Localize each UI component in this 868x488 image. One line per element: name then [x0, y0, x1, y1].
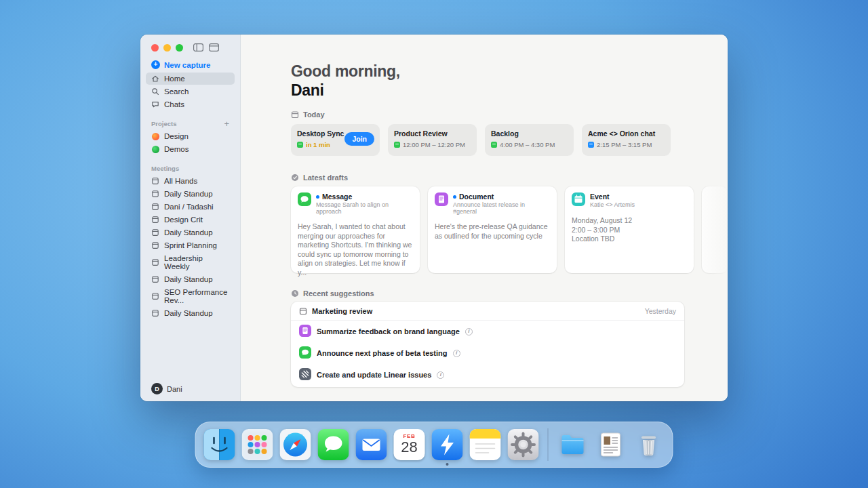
projects-section-header: Projects + [140, 111, 240, 129]
drafts-row: Message Message Sarah to align on approa… [291, 186, 728, 273]
dock-launchpad-icon[interactable] [242, 429, 273, 460]
demos-dot-icon [151, 146, 159, 153]
sidebar-item-meeting[interactable]: Daily Standup [146, 226, 235, 239]
info-icon[interactable] [437, 371, 444, 379]
sidebar-item-meeting[interactable]: All Hands [146, 175, 235, 187]
dock-finder-icon[interactable] [204, 429, 235, 460]
calendar-icon [588, 142, 594, 148]
drafts-section-header: Latest drafts [291, 174, 348, 182]
sidebar-item-label: Design Crit [164, 216, 203, 224]
dock-flash-app-icon[interactable] [432, 429, 463, 460]
suggestions-timestamp: Yesterday [645, 307, 676, 315]
sidebar-item-home[interactable]: Home [146, 73, 235, 85]
sidebar-item-meeting[interactable]: Leadership Weekly [146, 252, 235, 272]
meetings-header-label: Meetings [151, 165, 179, 172]
sidebar-item-label: Design [164, 132, 189, 140]
linear-icon [299, 368, 311, 382]
sidebar-item-project-demos[interactable]: Demos [146, 143, 235, 155]
minimize-window-button[interactable] [163, 44, 171, 52]
sidebar-item-project-design[interactable]: Design [146, 130, 235, 142]
draft-kind: Document [459, 192, 494, 201]
close-window-button[interactable] [151, 44, 159, 52]
draft-subtitle: Message Sarah to align on approach [316, 201, 413, 215]
main-content: Good morning, Dani Today Desktop Sync in… [241, 35, 728, 401]
calendar-icon [491, 142, 497, 148]
dock-trash-icon[interactable] [633, 429, 665, 460]
suggestion-item[interactable]: Create and update Linear issues [291, 364, 684, 386]
draft-body: Monday, August 12 2:00 – 3:00 PM Locatio… [572, 216, 687, 244]
panel-toggle-icon[interactable] [209, 43, 219, 52]
zoom-window-button[interactable] [176, 44, 183, 52]
unread-dot [453, 195, 456, 199]
suggestion-item[interactable]: Summarize feedback on brand language [291, 321, 684, 342]
event-card-product-review[interactable]: Product Review 12:00 PM – 12:20 PM [388, 124, 477, 156]
suggestion-label: Announce next phase of beta testing [317, 349, 448, 357]
sidebar-item-meeting[interactable]: Daily Standup [146, 188, 235, 200]
info-icon[interactable] [453, 350, 460, 357]
sidebar-item-label: Sprint Planning [164, 241, 217, 249]
dock-notes-icon[interactable] [470, 429, 501, 460]
greeting-line2: Dani [291, 81, 400, 100]
user-name: Dani [167, 385, 182, 393]
plus-circle-icon [151, 60, 160, 69]
sidebar-item-meeting[interactable]: Sprint Planning [146, 239, 235, 251]
sidebar-item-meeting[interactable]: Daily Standup [146, 307, 235, 319]
notebook-icon [299, 307, 307, 315]
dock-settings-icon[interactable] [508, 429, 539, 460]
running-indicator-dot [446, 463, 449, 466]
greeting-line1: Good morning, [291, 62, 400, 81]
sidebar-item-search[interactable]: Search [146, 85, 235, 98]
new-capture-button[interactable]: New capture [140, 57, 240, 72]
event-time: 4:00 PM – 4:30 PM [500, 141, 555, 148]
sidebar-item-chats[interactable]: Chats [146, 98, 235, 110]
suggestions-group-header[interactable]: Marketing review Yesterday [291, 302, 684, 321]
dock-calendar-day: 28 [394, 439, 425, 455]
meeting-doc-icon [151, 241, 159, 249]
dock-folder-icon[interactable] [557, 429, 589, 460]
check-circle-icon [291, 174, 299, 182]
sidebar-item-meeting[interactable]: Dani / Tadashi [146, 201, 235, 213]
document-icon [435, 192, 448, 209]
sidebar-item-meeting[interactable]: Design Crit [146, 214, 235, 226]
dock-separator [548, 428, 549, 461]
greeting: Good morning, Dani [291, 62, 400, 100]
event-card-acme-orion[interactable]: Acme <> Orion chat 2:15 PM – 3:15 PM [582, 124, 671, 156]
sidebar-item-label: Demos [164, 145, 189, 153]
user-profile[interactable]: D Dani [151, 383, 182, 394]
meeting-doc-icon [151, 275, 159, 283]
sidebar-item-label: Daily Standup [164, 228, 213, 237]
dock-documents-icon[interactable] [595, 429, 627, 460]
draft-body: Here's the pre-release QA guidance as ou… [435, 222, 550, 241]
sidebar-item-meeting[interactable]: Daily Standup [146, 273, 235, 285]
meeting-doc-icon [151, 203, 159, 211]
meeting-doc-icon [151, 258, 159, 266]
draft-card-event[interactable]: Event Katie <> Artemis Monday, August 12… [565, 186, 694, 273]
partial-draft-card [702, 186, 728, 273]
suggestions-panel: Marketing review Yesterday Summarize fee… [291, 302, 684, 387]
dock-safari-icon[interactable] [280, 429, 311, 460]
sidebar-item-label: Daily Standup [164, 275, 213, 283]
draft-card-message[interactable]: Message Message Sarah to align on approa… [291, 186, 420, 273]
document-icon [299, 325, 311, 338]
event-card-desktop-sync[interactable]: Desktop Sync in 1 min Join [291, 124, 380, 156]
info-icon[interactable] [465, 328, 473, 336]
draft-subtitle: Katie <> Artemis [590, 201, 635, 208]
add-project-button[interactable]: + [224, 121, 229, 127]
suggestion-item[interactable]: Announce next phase of beta testing [291, 342, 684, 364]
dock-calendar-icon[interactable]: FEB 28 [394, 429, 425, 460]
suggestion-label: Summarize feedback on brand language [317, 327, 460, 336]
dock-mail-icon[interactable] [356, 429, 387, 460]
sidebar-toggle-icon[interactable] [193, 43, 203, 52]
event-card-backlog[interactable]: Backlog 4:00 PM – 4:30 PM [485, 124, 574, 156]
draft-card-document[interactable]: Document Announce latest release in #gen… [428, 186, 557, 273]
event-title: Product Review [394, 129, 471, 138]
dock-messages-icon[interactable] [318, 429, 349, 460]
event-title: Acme <> Orion chat [588, 129, 665, 138]
meeting-doc-icon [151, 177, 159, 185]
meeting-doc-icon [151, 228, 159, 237]
message-icon [298, 192, 311, 209]
calendar-icon [394, 142, 400, 148]
event-calendar-icon [572, 192, 585, 209]
join-button[interactable]: Join [344, 132, 374, 146]
sidebar-item-meeting[interactable]: SEO Performance Rev... [146, 286, 235, 306]
